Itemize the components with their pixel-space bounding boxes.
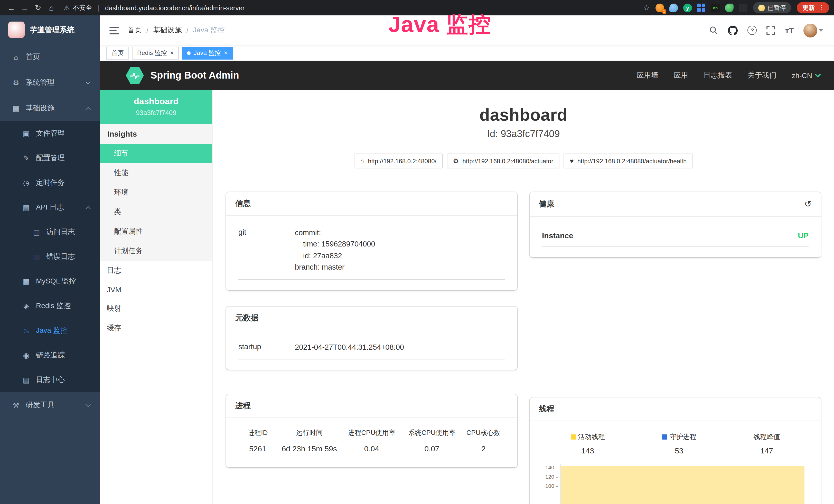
- sidebar-item-label: 首页: [26, 52, 40, 62]
- breadcrumb-separator: /: [147, 26, 149, 35]
- sba-item-environment[interactable]: 环境: [100, 183, 212, 202]
- cpu-cores: 2: [462, 444, 505, 453]
- legend-value: 147: [753, 446, 780, 455]
- health-instance-row[interactable]: Instance UP: [542, 224, 809, 247]
- extension-icon-3[interactable]: y: [683, 3, 692, 12]
- update-label: 更新: [803, 3, 815, 12]
- reload-icon[interactable]: ↻: [32, 2, 44, 14]
- extension-icon-6[interactable]: [725, 3, 733, 12]
- sba-nav-journal[interactable]: 日志报表: [704, 71, 732, 80]
- metadata-card: 元数据 startup 2021-04-27T00:44:31.254+08:0…: [226, 306, 517, 370]
- back-icon[interactable]: ←: [5, 2, 18, 14]
- sba-item-caches[interactable]: 缓存: [100, 318, 212, 338]
- health-card: 健康 ↺ Instance UP: [530, 192, 821, 257]
- sba-item-config-props[interactable]: 配置属性: [100, 222, 212, 241]
- threads-chart: 140 120 100: [542, 464, 809, 504]
- instance-id: 93a3fc7f7409: [105, 109, 207, 117]
- sidebar-toggle-icon[interactable]: [109, 26, 119, 34]
- sba-item-scheduled-tasks[interactable]: 计划任务: [100, 241, 212, 261]
- tab-home[interactable]: 首页: [106, 46, 129, 59]
- update-button[interactable]: 更新 ⋮: [797, 2, 829, 13]
- actuator-url-link[interactable]: ⚙ http://192.168.0.2:48080/actuator: [447, 154, 559, 168]
- sba-item-details[interactable]: 细节: [100, 144, 212, 163]
- pencil-icon: ✎: [21, 154, 32, 162]
- sidebar-item-errorlog[interactable]: ▥ 错误日志: [0, 245, 100, 269]
- extension-icon-2[interactable]: [670, 3, 678, 12]
- sidebar-item-home[interactable]: ⌂ 首页: [0, 44, 100, 70]
- extension-icon-1[interactable]: 1: [656, 3, 664, 12]
- bookmark-star-icon[interactable]: ☆: [643, 4, 650, 12]
- gear-icon: ⚙: [10, 78, 22, 87]
- breadcrumb: 首页 / 基础设施 / Java 监控: [127, 26, 225, 35]
- fullscreen-icon[interactable]: [767, 26, 775, 35]
- extension-icon-5[interactable]: on: [711, 3, 720, 12]
- spring-boot-admin-logo: [126, 67, 144, 85]
- sidebar-item-redis[interactable]: ◈ Redis 监控: [0, 294, 100, 318]
- tab-redis-monitor[interactable]: Redis 监控×: [132, 46, 179, 59]
- breadcrumb-infra[interactable]: 基础设施: [153, 26, 182, 35]
- user-avatar[interactable]: [804, 23, 823, 37]
- sba-item-jvm[interactable]: JVM: [100, 280, 212, 299]
- metadata-row-startup: startup 2021-04-27T00:44:31.254+08:00: [238, 337, 505, 360]
- health-url-link[interactable]: ♥ http://192.168.0.2:48080/actuator/heal…: [564, 154, 693, 168]
- sidebar-item-label: API 日志: [36, 203, 64, 212]
- sidebar-item-accesslog[interactable]: ▥ 访问日志: [0, 220, 100, 245]
- link-label: http://192.168.0.2:48080/actuator/health: [577, 157, 687, 165]
- sidebar-item-job[interactable]: ◷ 定时任务: [0, 170, 100, 195]
- sba-locale-select[interactable]: zh-CN: [792, 71, 820, 79]
- instance-name: dashboard: [105, 96, 207, 107]
- file-icon: ▣: [21, 130, 32, 138]
- sidebar-item-trace[interactable]: ◉ 链路追踪: [0, 343, 100, 368]
- home-icon[interactable]: ⌂: [45, 2, 58, 14]
- sidebar-item-config[interactable]: ✎ 配置管理: [0, 146, 100, 170]
- extension-icon-7[interactable]: [739, 3, 747, 12]
- sidebar-item-java[interactable]: ♨ Java 监控: [0, 318, 100, 343]
- history-icon[interactable]: ↺: [805, 199, 812, 209]
- close-icon[interactable]: ×: [224, 50, 227, 56]
- forward-icon[interactable]: →: [19, 2, 31, 14]
- breadcrumb-home[interactable]: 首页: [127, 26, 142, 35]
- app-logo-row[interactable]: 芋道管理系统: [0, 16, 100, 44]
- sidebar-item-file[interactable]: ▣ 文件管理: [0, 121, 100, 146]
- sidebar-item-system[interactable]: ⚙ 系统管理: [0, 70, 100, 95]
- service-url-link[interactable]: ⌂ http://192.168.0.2:48080/: [354, 154, 443, 168]
- sba-item-mappings[interactable]: 映射: [100, 299, 212, 318]
- log-center-icon: ▤: [21, 376, 32, 384]
- col-header: 进程ID: [238, 429, 277, 438]
- sba-nav-applications[interactable]: 应用: [674, 71, 688, 80]
- sba-nav-wallboard[interactable]: 应用墙: [637, 71, 658, 80]
- sba-instance-header[interactable]: dashboard 93a3fc7f7409: [100, 90, 212, 124]
- omnibox[interactable]: ⚠ 不安全 | dashboard.yudao.iocoder.cn/infra…: [64, 3, 245, 12]
- sba-brand-title[interactable]: Spring Boot Admin: [151, 70, 239, 81]
- sidebar-item-apilog[interactable]: ▤ API 日志: [0, 195, 100, 220]
- sidebar-item-mysql[interactable]: ▦ MySQL 监控: [0, 269, 100, 294]
- url-text: dashboard.yudao.iocoder.cn/infra/admin-s…: [105, 4, 244, 12]
- clock-icon: ◷: [21, 179, 32, 187]
- emoji-face-icon: [758, 4, 765, 11]
- sidebar-item-label: Java 监控: [36, 326, 68, 335]
- sidebar-item-label: 配置管理: [36, 154, 65, 163]
- sidebar-item-logcenter[interactable]: ▤ 日志中心: [0, 368, 100, 392]
- process-uptime: 6d 23h 15m 59s: [277, 444, 342, 453]
- screenshot-root: ← → ↻ ⌂ ⚠ 不安全 | dashboard.yudao.iocoder.…: [0, 0, 834, 504]
- close-icon[interactable]: ×: [170, 50, 174, 56]
- sidebar-item-infra[interactable]: ▤ 基础设施: [0, 95, 100, 121]
- page-title: dashboard: [213, 105, 834, 125]
- font-size-icon[interactable]: тT: [785, 26, 794, 35]
- paused-badge[interactable]: 已暂停: [753, 2, 791, 13]
- sba-item-classes[interactable]: 类: [100, 202, 212, 222]
- threads-card: 线程 活动线程 143 守护进程: [530, 397, 821, 504]
- locale-label: zh-CN: [792, 71, 812, 79]
- help-icon[interactable]: ?: [748, 26, 757, 35]
- sidebar-item-label: 基础设施: [26, 104, 54, 113]
- sba-item-metrics[interactable]: 性能: [100, 163, 212, 183]
- extension-icon-4[interactable]: [697, 3, 706, 12]
- sba-item-logs[interactable]: 日志: [100, 261, 212, 280]
- sba-nav-about[interactable]: 关于我们: [748, 71, 776, 80]
- tab-java-monitor[interactable]: Java 监控×: [182, 46, 233, 59]
- sidebar-item-devtool[interactable]: ⚒ 研发工具: [0, 392, 100, 418]
- breadcrumb-separator: /: [186, 26, 189, 35]
- metadata-value: 2021-04-27T00:44:31.254+08:00: [295, 342, 404, 353]
- github-icon[interactable]: [728, 25, 738, 35]
- search-icon[interactable]: [709, 26, 719, 35]
